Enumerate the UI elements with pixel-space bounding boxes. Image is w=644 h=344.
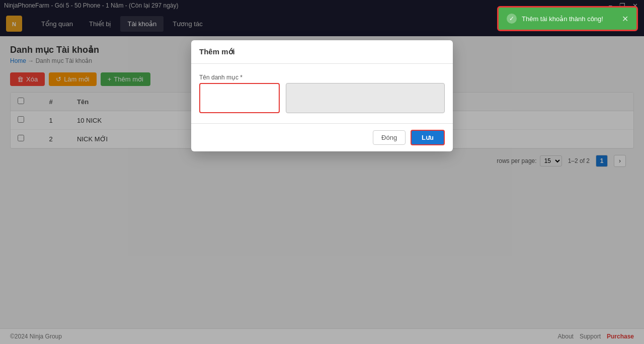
modal-body: Tên danh mục * bbox=[191, 64, 453, 123]
modal-footer: Đóng Lưu bbox=[191, 123, 453, 151]
category-name-group: Tên danh mục * bbox=[199, 74, 280, 113]
modal-header: Thêm mới bbox=[191, 40, 453, 64]
toast-close-button[interactable]: ✕ bbox=[622, 14, 628, 24]
extra-field-group bbox=[286, 74, 445, 113]
extra-field-input[interactable] bbox=[286, 83, 445, 113]
close-modal-button[interactable]: Đóng bbox=[373, 130, 406, 145]
category-name-input[interactable] bbox=[199, 83, 280, 113]
toast-check-icon: ✓ bbox=[507, 14, 517, 24]
toast-message: Thêm tài khoản thành công! bbox=[522, 15, 603, 23]
category-name-label: Tên danh mục * bbox=[199, 74, 280, 81]
save-modal-button[interactable]: Lưu bbox=[411, 130, 445, 145]
modal-overlay[interactable]: Thêm mới Tên danh mục * Đóng Lưu bbox=[0, 0, 644, 344]
toast-notification: ✓ Thêm tài khoản thành công! ✕ bbox=[497, 6, 638, 31]
modal-title: Thêm mới bbox=[199, 47, 235, 56]
extra-field-label bbox=[286, 74, 445, 81]
form-row: Tên danh mục * bbox=[199, 74, 445, 113]
add-modal: Thêm mới Tên danh mục * Đóng Lưu bbox=[191, 40, 453, 151]
